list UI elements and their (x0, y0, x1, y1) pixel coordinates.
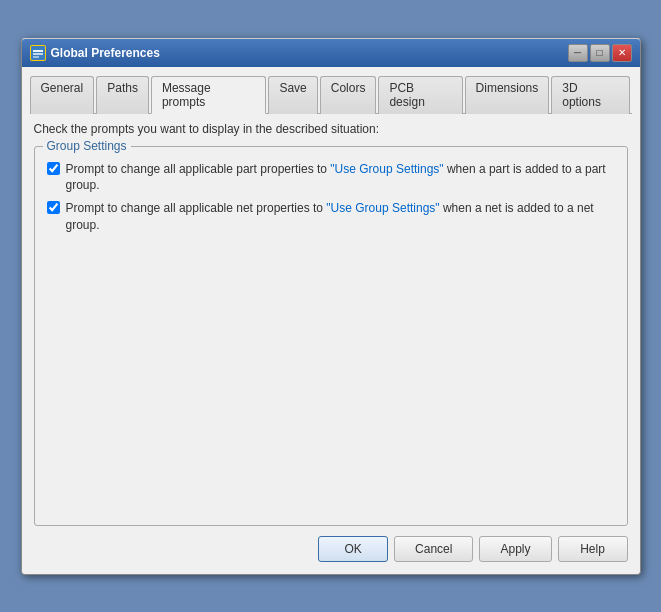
title-bar-left: Global Preferences (30, 45, 160, 61)
tab-general[interactable]: General (30, 76, 95, 114)
net-group-prompt-checkbox[interactable] (47, 201, 60, 214)
tab-message-prompts[interactable]: Message prompts (151, 76, 267, 114)
group-legend: Group Settings (43, 139, 131, 153)
window-title: Global Preferences (51, 46, 160, 60)
tab-pcb-design[interactable]: PCB design (378, 76, 462, 114)
svg-rect-3 (33, 56, 39, 58)
svg-rect-1 (33, 50, 43, 52)
description-text: Check the prompts you want to display in… (34, 122, 628, 136)
minimize-button[interactable]: ─ (568, 44, 588, 62)
title-bar: Global Preferences ─ □ ✕ (22, 39, 640, 67)
global-preferences-window: Global Preferences ─ □ ✕ General Paths M… (21, 38, 641, 575)
tab-paths[interactable]: Paths (96, 76, 149, 114)
part-group-prompt-checkbox[interactable] (47, 162, 60, 175)
part-group-prompt-row: Prompt to change all applicable part pro… (47, 161, 615, 195)
part-group-prompt-label: Prompt to change all applicable part pro… (66, 161, 615, 195)
net-group-prompt-label: Prompt to change all applicable net prop… (66, 200, 615, 234)
tab-colors[interactable]: Colors (320, 76, 377, 114)
ok-button[interactable]: OK (318, 536, 388, 562)
net-group-prompt-row: Prompt to change all applicable net prop… (47, 200, 615, 234)
maximize-button[interactable]: □ (590, 44, 610, 62)
apply-button[interactable]: Apply (479, 536, 551, 562)
tab-content: Check the prompts you want to display in… (30, 122, 632, 526)
title-bar-controls: ─ □ ✕ (568, 44, 632, 62)
close-button[interactable]: ✕ (612, 44, 632, 62)
tab-dimensions[interactable]: Dimensions (465, 76, 550, 114)
tab-save[interactable]: Save (268, 76, 317, 114)
tab-3d-options[interactable]: 3D options (551, 76, 629, 114)
cancel-button[interactable]: Cancel (394, 536, 473, 562)
button-bar: OK Cancel Apply Help (30, 526, 632, 566)
window-body: General Paths Message prompts Save Color… (22, 67, 640, 574)
window-icon (30, 45, 46, 61)
svg-rect-2 (33, 53, 43, 55)
group-settings-box: Group Settings Prompt to change all appl… (34, 146, 628, 526)
tab-bar: General Paths Message prompts Save Color… (30, 75, 632, 114)
help-button[interactable]: Help (558, 536, 628, 562)
